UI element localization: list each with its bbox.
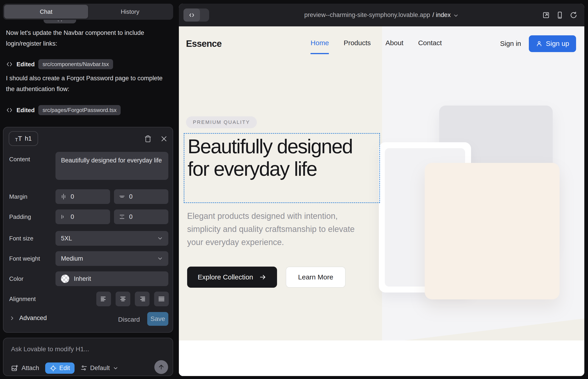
tab-history[interactable]: History — [88, 5, 172, 19]
url-host: preview--charming-site-symphony.lovable.… — [304, 12, 430, 19]
target-icon — [50, 365, 57, 372]
selected-element-outline[interactable]: Beautifully designed for everyday life — [184, 133, 380, 203]
alignment-label: Alignment — [9, 296, 36, 303]
padding-y-input[interactable]: 0 — [114, 209, 168, 224]
element-tag: h1 — [25, 135, 32, 142]
padding-horizontal-icon — [60, 213, 67, 220]
advanced-toggle[interactable]: Advanced — [9, 315, 47, 322]
font-weight-label: Font weight — [9, 255, 40, 262]
prompt-placeholder: Ask Lovable to modify H1... — [11, 346, 89, 353]
color-swatch — [61, 275, 69, 283]
chevron-right-icon — [9, 315, 15, 321]
margin-vertical-icon — [119, 193, 125, 200]
learn-more-button[interactable]: Learn More — [286, 267, 346, 288]
file-chip[interactable]: src/components/Navbar.tsx — [38, 59, 113, 69]
font-size-label: Font size — [9, 235, 33, 242]
url-path: / index — [433, 12, 451, 19]
save-button[interactable]: Save — [147, 312, 168, 326]
content-textarea[interactable]: Beautifully designed for everyday life — [56, 152, 168, 180]
send-button[interactable] — [154, 360, 168, 374]
nav-link-home[interactable]: Home — [310, 39, 329, 48]
margin-horizontal-icon — [60, 193, 67, 200]
chat-sidebar: Chat History Now let's update the Navbar… — [0, 0, 179, 379]
padding-label: Padding — [9, 213, 31, 221]
site-navbar: Essence Home Products About Contact Sign… — [179, 26, 584, 61]
sign-up-button[interactable]: Sign up — [529, 35, 576, 52]
url-bar[interactable]: preview--charming-site-symphony.lovable.… — [179, 4, 584, 26]
site-nav-links: Home Products About Contact — [310, 39, 442, 48]
content-label: Content — [9, 156, 30, 163]
code-icon — [6, 107, 13, 113]
mobile-view-icon[interactable] — [556, 11, 564, 19]
close-icon[interactable] — [160, 135, 168, 142]
align-right-button[interactable] — [135, 292, 150, 306]
margin-y-input[interactable]: 0 — [114, 189, 168, 204]
sign-in-link[interactable]: Sign in — [500, 40, 521, 47]
chevron-down-icon — [113, 365, 119, 371]
explore-collection-button[interactable]: Explore Collection — [187, 267, 277, 288]
sidebar-tabbar: Chat History — [3, 4, 173, 20]
nav-link-about[interactable]: About — [386, 39, 403, 48]
padding-x-input[interactable]: 0 — [56, 209, 110, 224]
premium-badge: PREMIUM QUALITY — [186, 116, 257, 128]
nav-link-contact[interactable]: Contact — [418, 39, 442, 48]
tab-chat[interactable]: Chat — [4, 5, 88, 19]
align-left-button[interactable] — [96, 292, 111, 306]
hero-card-cream — [425, 163, 559, 300]
scrolled-chip-partial — [44, 20, 76, 23]
color-label: Color — [9, 275, 23, 283]
edited-label: Edited — [16, 61, 35, 68]
chevron-down-icon — [157, 235, 163, 242]
image-plus-icon — [11, 364, 18, 372]
delete-element-icon[interactable] — [144, 135, 152, 142]
align-justify-button[interactable] — [154, 292, 169, 306]
font-weight-select[interactable]: Medium — [56, 251, 168, 266]
user-icon — [536, 40, 542, 47]
discard-button[interactable]: Discard — [118, 316, 140, 323]
site-logo[interactable]: Essence — [186, 39, 221, 49]
open-external-icon[interactable] — [542, 11, 550, 19]
nav-link-products[interactable]: Products — [343, 39, 371, 48]
edited-file-row[interactable]: Edited src/components/Navbar.tsx — [6, 59, 113, 69]
preview-topbar: preview--charming-site-symphony.lovable.… — [179, 4, 584, 26]
refresh-icon[interactable] — [570, 11, 577, 19]
margin-label: Margin — [9, 193, 27, 200]
model-select[interactable]: Default — [80, 364, 119, 372]
assistant-message: I should also create a Forgot Password p… — [6, 73, 170, 95]
hero-heading[interactable]: Beautifully designed for everyday life — [187, 135, 376, 180]
chevron-down-icon — [157, 255, 163, 262]
sliders-icon — [80, 365, 87, 372]
element-editor-panel: TT h1 Content Beautifully designed for e… — [3, 127, 173, 333]
assistant-message: Now let's update the Navbar component to… — [6, 28, 170, 49]
file-chip[interactable]: src/pages/ForgotPassword.tsx — [38, 105, 121, 115]
site-canvas: Essence Home Products About Contact Sign… — [179, 26, 584, 376]
next-section — [179, 340, 584, 376]
prompt-box[interactable]: Ask Lovable to modify H1... Attach Edit … — [3, 338, 173, 376]
margin-x-input[interactable]: 0 — [56, 189, 110, 204]
color-select[interactable]: Inherit — [56, 271, 168, 286]
typography-icon: TT — [15, 135, 22, 142]
padding-vertical-icon — [119, 213, 125, 220]
font-size-select[interactable]: 5XL — [56, 231, 168, 246]
chevron-down-icon — [453, 13, 459, 19]
preview-window: preview--charming-site-symphony.lovable.… — [179, 4, 584, 376]
edited-file-row[interactable]: Edited src/pages/ForgotPassword.tsx — [6, 105, 121, 115]
selected-element-pill[interactable]: TT h1 — [9, 131, 38, 146]
edit-mode-button[interactable]: Edit — [45, 363, 75, 374]
edited-label: Edited — [16, 107, 35, 114]
arrow-right-icon — [259, 273, 266, 281]
hero-description: Elegant products designed with intention… — [187, 209, 368, 249]
attach-button[interactable]: Attach — [11, 364, 39, 372]
code-icon — [6, 61, 13, 68]
align-center-button[interactable] — [116, 292, 130, 306]
